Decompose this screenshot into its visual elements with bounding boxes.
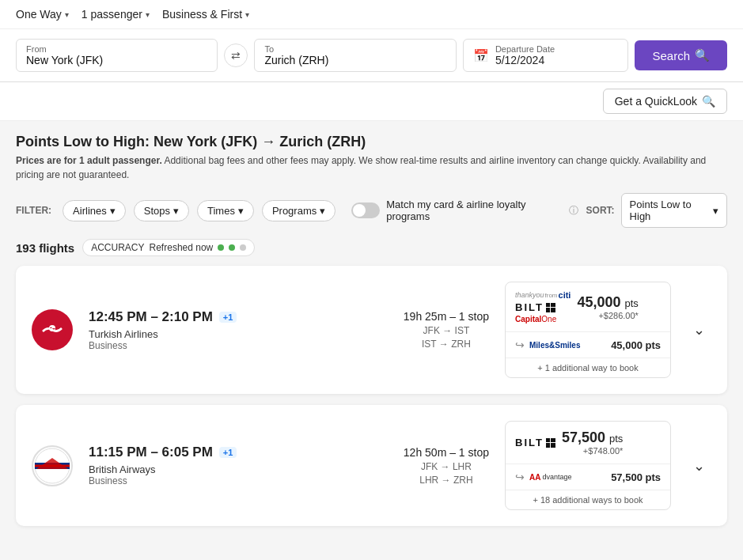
- calendar-icon: 📅: [473, 48, 489, 63]
- flight-2-additional-ways: + 18 additional ways to book: [533, 495, 643, 505]
- aadvantage-logo: AA dvantage: [529, 473, 572, 482]
- flight-2-cash: +$748.00*: [562, 446, 623, 456]
- programs-filter[interactable]: Programs ▾: [262, 200, 335, 221]
- departure-date-value: 5/12/2024: [495, 54, 555, 66]
- flight-2-airline: British Airways: [89, 464, 388, 475]
- bilt-grid-icon: [546, 303, 555, 312]
- airlines-chevron: ▾: [110, 205, 116, 217]
- to-value: Zurich (ZRH): [264, 54, 445, 66]
- results-title: Points Low to High: New York (JFK) → Zur…: [16, 134, 727, 150]
- from-field[interactable]: From New York (JFK): [16, 39, 218, 72]
- departure-date-field[interactable]: 📅 Departure Date 5/12/2024: [463, 39, 629, 72]
- trip-type-label: One Way: [16, 8, 62, 21]
- sort-chevron: ▾: [713, 205, 718, 217]
- swap-button[interactable]: ⇄: [224, 44, 248, 67]
- quicklook-icon: 🔍: [702, 95, 715, 108]
- flight-1-duration: 19h 25m – 1 stop: [404, 310, 489, 323]
- flight-2-cabin: Business: [89, 475, 388, 486]
- flight-2-expand-button[interactable]: ⌄: [687, 454, 711, 478]
- results-count-row: 193 flights ACCURACY Refreshed now: [16, 239, 727, 256]
- flight-1-route2: IST → ZRH: [404, 339, 489, 350]
- toggle-knob: [353, 204, 366, 217]
- miles-smiles-logo: Miles&Smiles: [529, 341, 580, 350]
- departure-date-label: Departure Date: [495, 44, 555, 54]
- subtitle-main: Prices are for 1 adult passenger.: [16, 155, 162, 166]
- flight-2-secondary-arrow-icon: ↪: [515, 471, 525, 483]
- sort-area: SORT: Points Low to High ▾: [586, 193, 727, 228]
- flight-1-pts-number: 45,000 pts: [577, 294, 638, 311]
- flight-2-plus-day: +1: [219, 447, 237, 458]
- sort-label: SORT:: [586, 205, 615, 216]
- flight-2-route1: JFK → LHR: [404, 461, 489, 472]
- flight-1-footer: + 1 additional way to book: [506, 358, 670, 377]
- turkish-airlines-logo: [32, 309, 73, 350]
- flight-2-points-amount: 57,500 pts +$748.00*: [562, 429, 623, 456]
- quicklook-button[interactable]: Get a QuickLook 🔍: [603, 89, 727, 114]
- sort-value: Points Low to High: [630, 199, 708, 222]
- dot-3: [240, 244, 246, 251]
- filter-label: FILTER:: [16, 205, 51, 216]
- times-filter[interactable]: Times ▾: [197, 200, 254, 221]
- flight-1-times-text: 12:45 PM – 2:10 PM: [89, 309, 213, 325]
- accuracy-badge: ACCURACY Refreshed now: [82, 239, 255, 256]
- flight-2-secondary[interactable]: ↪ AA dvantage 57,500 pts: [506, 464, 670, 490]
- flight-2-bilt-row: BILT: [515, 437, 555, 448]
- times-label: Times: [207, 205, 235, 217]
- to-field[interactable]: To Zurich (ZRH): [254, 39, 456, 72]
- cabin-class-chevron: ▾: [245, 10, 249, 19]
- flight-2-pts-number: 57,500 pts: [562, 429, 623, 446]
- flight-2-footer: + 18 additional ways to book: [506, 490, 670, 509]
- flight-1-plus-day: +1: [219, 312, 237, 323]
- sort-select[interactable]: Points Low to High ▾: [621, 193, 727, 228]
- flight-1-cabin: Business: [89, 340, 388, 351]
- loyalty-label: Match my card & airline loyalty programs: [386, 199, 562, 222]
- airlines-filter[interactable]: Airlines ▾: [63, 200, 126, 221]
- trip-type-dropdown[interactable]: One Way ▾: [16, 8, 69, 21]
- british-airways-logo: [32, 445, 73, 486]
- quicklook-label: Get a QuickLook: [615, 95, 697, 108]
- flight-card-1: 12:45 PM – 2:10 PM +1 Turkish Airlines B…: [16, 266, 727, 394]
- stops-filter[interactable]: Stops ▾: [134, 200, 189, 221]
- stops-chevron: ▾: [173, 205, 179, 217]
- search-button-label: Search: [652, 49, 690, 62]
- flight-2-secondary-pts: 57,500 pts: [611, 471, 661, 483]
- flight-2-route2: LHR → ZRH: [404, 475, 489, 486]
- refreshed-label: Refreshed now: [150, 242, 214, 253]
- secondary-arrow-icon: ↪: [515, 339, 525, 351]
- flight-2-time-range: 11:15 PM – 6:05 PM +1: [89, 445, 388, 460]
- loyalty-toggle[interactable]: [351, 202, 380, 218]
- passengers-dropdown[interactable]: 1 passenger ▾: [82, 8, 150, 21]
- flight-1-expand-button[interactable]: ⌄: [687, 318, 711, 342]
- flight-1-meta: 19h 25m – 1 stop JFK → IST IST → ZRH: [404, 310, 489, 350]
- flight-2-times: 11:15 PM – 6:05 PM +1 British Airways Bu…: [89, 445, 388, 486]
- flight-1-points-panel: thankyou from citi BILT: [505, 282, 671, 378]
- bilt-logo-row: BILT: [515, 301, 571, 313]
- flight-2-points-panel: BILT 57,500 pts +$748.00* ↪: [505, 421, 671, 510]
- accuracy-label: ACCURACY: [91, 242, 144, 253]
- flight-1-points-main[interactable]: thankyou from citi BILT: [506, 282, 670, 332]
- programs-label: Programs: [272, 205, 317, 217]
- flight-1-additional-ways: + 1 additional way to book: [537, 363, 639, 373]
- flight-1-times: 12:45 PM – 2:10 PM +1 Turkish Airlines B…: [89, 309, 388, 351]
- from-label: From: [26, 44, 207, 54]
- cabin-class-dropdown[interactable]: Business & First ▾: [162, 8, 249, 21]
- results-subtitle: Prices are for 1 adult passenger. Additi…: [16, 153, 727, 182]
- flight-2-bilt-grid: [546, 438, 555, 448]
- search-bar: From New York (JFK) ⇄ To Zurich (ZRH) 📅 …: [0, 29, 743, 82]
- loyalty-info-icon[interactable]: ⓘ: [569, 204, 578, 218]
- quicklook-bar: Get a QuickLook 🔍: [0, 82, 743, 121]
- search-button[interactable]: Search 🔍: [635, 40, 727, 70]
- flight-1-airline: Turkish Airlines: [89, 328, 388, 340]
- dot-1: [218, 244, 224, 251]
- programs-chevron: ▾: [320, 205, 325, 217]
- search-icon: 🔍: [695, 48, 710, 62]
- from-value: New York (JFK): [26, 54, 207, 66]
- flight-2-points-main[interactable]: BILT 57,500 pts +$748.00*: [506, 422, 670, 464]
- trip-type-chevron: ▾: [65, 10, 69, 19]
- flight-1-secondary[interactable]: ↪ Miles&Smiles 45,000 pts: [506, 332, 670, 358]
- flight-1-card-logos: thankyou from citi BILT: [515, 290, 571, 324]
- filter-row: FILTER: Airlines ▾ Stops ▾ Times ▾ Progr…: [16, 193, 727, 228]
- loyalty-toggle-area: Match my card & airline loyalty programs…: [351, 199, 578, 222]
- results-count: 193 flights: [16, 241, 74, 255]
- stops-label: Stops: [144, 205, 170, 217]
